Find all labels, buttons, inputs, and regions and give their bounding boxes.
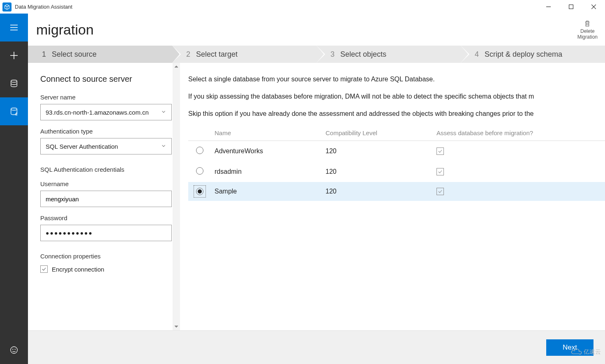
page-title: migration: [36, 22, 94, 38]
step-label: Select objects: [340, 50, 386, 59]
svg-point-10: [11, 108, 17, 111]
assess-checkbox[interactable]: [436, 168, 444, 175]
delete-migration-label-2: Migration: [577, 34, 598, 40]
server-name-value: 93.rds.cn-north-1.amazonaws.com.cn: [46, 109, 149, 116]
table-row[interactable]: rdsadmin 120: [188, 161, 605, 182]
auth-type-select[interactable]: SQL Server Authentication: [40, 138, 172, 154]
step-select-objects[interactable]: 3 Select objects: [316, 46, 461, 63]
checkmark-icon: [438, 149, 443, 154]
left-pane-scrollbar[interactable]: [173, 63, 180, 330]
step-number: 3: [330, 50, 335, 59]
assess-checkbox[interactable]: [436, 188, 444, 195]
column-compat-header: Compatibility Level: [322, 126, 433, 141]
db-compat-cell: 120: [322, 182, 433, 201]
svg-point-11: [11, 347, 18, 354]
feedback-icon[interactable]: [0, 336, 28, 364]
step-label: Select source: [52, 50, 97, 59]
server-name-label: Server name: [40, 94, 176, 101]
assessment-icon[interactable]: [0, 69, 28, 97]
password-input[interactable]: ●●●●●●●●●●●: [40, 225, 172, 241]
server-name-select[interactable]: 93.rds.cn-north-1.amazonaws.com.cn: [40, 104, 172, 120]
password-label: Password: [40, 214, 176, 221]
db-radio[interactable]: [196, 188, 203, 195]
auth-type-value: SQL Server Authentication: [46, 143, 118, 150]
delete-migration-button[interactable]: Delete Migration: [577, 19, 598, 40]
hamburger-menu-button[interactable]: [0, 14, 28, 41]
svg-rect-1: [569, 5, 573, 9]
progress-stepper: 1 Select source 2 Select target 3 Select…: [28, 46, 605, 63]
chevron-down-icon: [161, 143, 166, 150]
encrypt-connection-label: Encrypt connection: [52, 266, 104, 273]
delete-migration-label-1: Delete: [577, 28, 598, 34]
username-input[interactable]: [40, 191, 172, 207]
next-button[interactable]: Next: [546, 339, 593, 356]
scroll-down-icon[interactable]: [173, 323, 180, 330]
checkmark-icon: [438, 189, 443, 194]
column-name-header: Name: [211, 126, 322, 141]
encrypt-connection-checkbox[interactable]: [40, 265, 48, 273]
column-assess-header: Assess database before migration?: [433, 126, 605, 141]
step-label: Script & deploy schema: [485, 50, 562, 59]
db-compat-cell: 120: [322, 161, 433, 182]
connect-source-heading: Connect to source server: [40, 74, 176, 84]
instruction-line: If you skip assessing the databases befo…: [188, 92, 605, 101]
db-compat-cell: 120: [322, 141, 433, 162]
window-minimize-button[interactable]: [537, 0, 560, 14]
window-close-button[interactable]: [582, 0, 605, 14]
password-masked: ●●●●●●●●●●●: [46, 230, 93, 236]
window-maximize-button[interactable]: [560, 0, 582, 14]
checkmark-icon: [438, 169, 443, 174]
step-number: 1: [42, 50, 46, 59]
migration-icon[interactable]: [0, 97, 28, 125]
db-name-cell: Sample: [211, 182, 322, 201]
source-connection-pane: Connect to source server Server name 93.…: [28, 63, 180, 330]
db-radio[interactable]: [196, 147, 203, 154]
instruction-line: Select a single database from your sourc…: [188, 74, 605, 84]
username-field[interactable]: [46, 196, 166, 203]
connection-properties-heading: Connection properties: [40, 253, 176, 260]
table-row[interactable]: AdventureWorks 120: [188, 141, 605, 162]
svg-point-9: [11, 80, 17, 83]
footer-bar: Next: [28, 330, 605, 364]
app-title: Data Migration Assistant: [15, 4, 72, 10]
db-name-cell: rdsadmin: [211, 161, 322, 182]
credentials-heading: SQL Authentication credentials: [40, 166, 176, 173]
svg-point-13: [15, 349, 15, 350]
step-number: 4: [475, 50, 479, 59]
checkmark-icon: [42, 267, 46, 272]
db-radio[interactable]: [196, 167, 203, 175]
new-project-button[interactable]: [0, 41, 28, 69]
step-label: Select target: [196, 50, 238, 59]
db-name-cell: AdventureWorks: [211, 141, 322, 162]
chevron-down-icon: [161, 109, 166, 116]
scroll-up-icon[interactable]: [173, 63, 180, 70]
username-label: Username: [40, 180, 176, 187]
table-row[interactable]: Sample 120: [188, 182, 605, 201]
window-controls: [537, 0, 605, 14]
step-script-deploy[interactable]: 4 Script & deploy schema: [461, 46, 605, 63]
step-select-source[interactable]: 1 Select source: [28, 46, 172, 63]
title-bar: Data Migration Assistant: [0, 0, 605, 14]
instruction-line: Skip this option if you have already don…: [188, 109, 605, 119]
assess-checkbox[interactable]: [436, 147, 444, 155]
database-table: Name Compatibility Level Assess database…: [188, 126, 605, 201]
step-number: 2: [186, 50, 190, 59]
left-rail: [0, 14, 28, 364]
app-logo-icon: [2, 2, 12, 12]
auth-type-label: Authentication type: [40, 128, 176, 135]
database-selection-pane: Select a single database from your sourc…: [180, 63, 605, 330]
step-select-target[interactable]: 2 Select target: [172, 46, 316, 63]
svg-point-12: [13, 349, 13, 350]
